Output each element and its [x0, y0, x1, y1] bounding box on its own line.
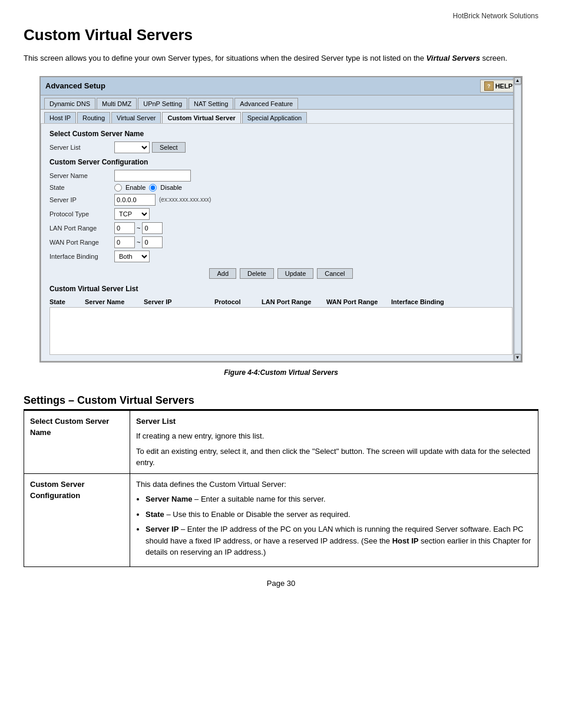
server-list-para2: To edit an existing entry, select it, an…: [136, 446, 532, 469]
wan-port-from[interactable]: 0: [114, 236, 135, 248]
settings-right-config: This data defines the Custom Virtual Ser…: [130, 473, 538, 566]
tab-nat-setting[interactable]: NAT Setting: [189, 98, 233, 109]
protocol-label: Protocol Type: [49, 210, 114, 218]
nav-row-2: Host IP Routing Virtual Server Custom Vi…: [41, 109, 521, 123]
select-section-title: Select Custom Server Name: [49, 130, 513, 138]
settings-row-config: Custom Server Configuration This data de…: [24, 473, 538, 566]
col-state: State: [49, 298, 85, 305]
settings-left-config: Custom Server Configuration: [24, 473, 130, 566]
server-name-row: Server Name: [49, 170, 513, 182]
config-item-ip: Server IP – Enter the IP address of the …: [146, 523, 532, 558]
state-row: State Enable Disable: [49, 184, 513, 192]
lan-port-row: LAN Port Range 0 ~ 0: [49, 222, 513, 234]
router-title: Advanced Setup: [45, 81, 105, 90]
page-number: Page 30: [24, 579, 538, 588]
col-wan: WAN Port Range: [326, 298, 391, 305]
router-frame: Advanced Setup ? HELP Dynamic DNS Multi …: [39, 76, 523, 363]
protocol-select[interactable]: TCP UDP Both: [114, 208, 150, 220]
router-topbar: Advanced Setup ? HELP: [41, 77, 521, 95]
list-body: [49, 308, 513, 355]
lan-port-to[interactable]: 0: [142, 222, 163, 234]
col-ip: Server IP: [144, 298, 214, 305]
figure-caption: Figure 4-4:Custom Virtual Servers: [24, 368, 538, 377]
settings-left-select: Select Custom Server Name: [24, 410, 130, 473]
disable-radio[interactable]: [149, 184, 157, 192]
tab-host-ip[interactable]: Host IP: [44, 112, 76, 123]
disable-label: Disable: [160, 184, 182, 191]
config-item-name: Server Name – Enter a suitable name for …: [146, 493, 532, 505]
state-radio-group: Enable Disable: [114, 184, 182, 192]
delete-button[interactable]: Delete: [240, 268, 274, 279]
wan-port-row: WAN Port Range 0 ~ 0: [49, 236, 513, 248]
server-name-label: Server Name: [49, 172, 114, 179]
help-button[interactable]: ? HELP: [480, 80, 517, 93]
list-header: State Server Name Server IP Protocol LAN…: [49, 297, 513, 308]
server-ip-input[interactable]: 0.0.0.0: [114, 194, 156, 206]
server-list-select[interactable]: [114, 141, 150, 153]
tab-dynamic-dns[interactable]: Dynamic DNS: [44, 98, 95, 109]
select-button[interactable]: Select: [152, 142, 186, 153]
wan-port-to[interactable]: 0: [142, 236, 163, 248]
config-intro: This data defines the Custom Virtual Ser…: [136, 480, 286, 489]
page-title: Custom Virtual Servers: [24, 26, 538, 44]
list-section-title: Custom Virtual Server List: [49, 285, 513, 293]
intro-paragraph: This screen allows you to define your ow…: [24, 52, 538, 64]
add-button[interactable]: Add: [209, 268, 236, 279]
server-list-row: Server List Select: [49, 141, 513, 153]
interface-row: Interface Binding Both WAN1 WAN2: [49, 251, 513, 262]
col-name: Server Name: [85, 298, 144, 305]
wan-port-label: WAN Port Range: [49, 239, 114, 246]
scroll-up[interactable]: ▲: [514, 77, 521, 84]
config-item-state: State – Use this to Enable or Disable th…: [146, 509, 532, 521]
server-name-input[interactable]: [114, 170, 191, 182]
scroll-down[interactable]: ▼: [514, 354, 521, 361]
tab-custom-virtual-server[interactable]: Custom Virtual Server: [162, 112, 240, 123]
interface-select[interactable]: Both WAN1 WAN2: [114, 251, 150, 262]
server-list-para1: If creating a new entry, ignore this lis…: [136, 430, 532, 442]
enable-radio[interactable]: [114, 184, 122, 192]
help-label: HELP: [495, 83, 513, 90]
server-ip-label: Server IP: [49, 196, 114, 203]
brand-text: HotBrick Network Solutions: [24, 12, 538, 20]
wan-port-sep: ~: [137, 239, 140, 246]
settings-heading: Settings – Custom Virtual Servers: [24, 394, 538, 410]
tab-virtual-server[interactable]: Virtual Server: [111, 112, 161, 123]
lan-port-sep: ~: [137, 225, 140, 232]
col-bind: Interface Binding: [391, 298, 462, 305]
lan-port-label: LAN Port Range: [49, 225, 114, 232]
interface-label: Interface Binding: [49, 253, 114, 260]
scrollbar[interactable]: ▲ ▼: [513, 77, 521, 361]
update-button[interactable]: Update: [277, 268, 313, 279]
server-ip-hint: (ex:xxx.xxx.xxx.xxx): [159, 196, 211, 203]
state-label: State: [49, 184, 114, 191]
config-list: Server Name – Enter a suitable name for …: [146, 493, 532, 558]
settings-row-select: Select Custom Server Name Server List If…: [24, 410, 538, 473]
content-area: Select Custom Server Name Server List Se…: [41, 123, 521, 361]
tab-multi-dmz[interactable]: Multi DMZ: [97, 98, 137, 109]
protocol-row: Protocol Type TCP UDP Both: [49, 208, 513, 220]
tab-routing[interactable]: Routing: [77, 112, 110, 123]
enable-label: Enable: [125, 184, 146, 191]
server-list-heading: Server List: [136, 417, 176, 426]
lan-port-from[interactable]: 0: [114, 222, 135, 234]
tab-advanced-feature[interactable]: Advanced Feature: [234, 98, 298, 109]
scroll-thumb[interactable]: [515, 85, 521, 353]
settings-table: Select Custom Server Name Server List If…: [24, 410, 538, 567]
tab-upnp-setting[interactable]: UPnP Setting: [138, 98, 187, 109]
nav-row-1: Dynamic DNS Multi DMZ UPnP Setting NAT S…: [41, 95, 521, 109]
cancel-button[interactable]: Cancel: [317, 268, 352, 279]
server-ip-row: Server IP 0.0.0.0 (ex:xxx.xxx.xxx.xxx): [49, 194, 513, 206]
tab-special-application[interactable]: Special Application: [242, 112, 307, 123]
settings-right-select: Server List If creating a new entry, ign…: [130, 410, 538, 473]
help-icon: ?: [484, 81, 494, 91]
list-section: Custom Virtual Server List State Server …: [49, 285, 513, 355]
col-lan: LAN Port Range: [262, 298, 326, 305]
col-proto: Protocol: [214, 298, 262, 305]
server-list-label: Server List: [49, 144, 114, 151]
config-section-title: Custom Server Configuration: [49, 158, 513, 166]
action-buttons: Add Delete Update Cancel: [49, 268, 513, 279]
